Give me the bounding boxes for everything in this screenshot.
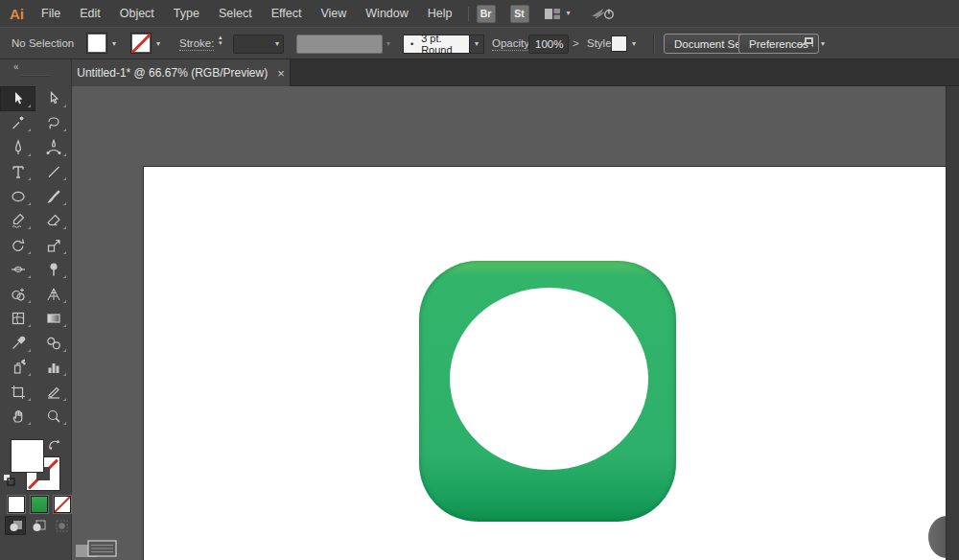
menu-edit[interactable]: Edit (70, 0, 110, 27)
paintbrush-tool[interactable] (35, 184, 71, 209)
swap-fill-stroke-button[interactable] (48, 438, 61, 455)
menu-object[interactable]: Object (110, 0, 164, 27)
chevron-down-icon: ▾ (567, 10, 571, 17)
opacity-label[interactable]: Opacity: (492, 37, 532, 51)
mesh-tool[interactable] (0, 307, 35, 332)
stroke-weight-stepper[interactable]: ▴ ▾ (219, 35, 222, 46)
bridge-button[interactable]: Br (477, 5, 496, 23)
panel-grip[interactable] (21, 75, 50, 77)
opacity-menu-arrow[interactable]: > (573, 37, 579, 49)
document-tab-title: Untitled-1* @ 66.67% (RGB/Preview) (77, 66, 268, 80)
tools-panel-header: « (0, 59, 71, 73)
screen-mode-icon[interactable] (74, 539, 124, 560)
none-slash-icon (130, 33, 152, 54)
menu-window[interactable]: Window (356, 0, 417, 27)
opacity-field[interactable]: 100% (528, 35, 569, 54)
illustrator-window: Ai File Edit Object Type Select Effect V… (0, 0, 959, 560)
gradient-swatch-button[interactable] (31, 496, 48, 513)
gradient-tool[interactable] (35, 307, 71, 332)
ellipse-tool[interactable] (0, 184, 35, 209)
stroke-weight-label[interactable]: Stroke: (179, 37, 214, 51)
perspective-grid-tool[interactable] (35, 282, 71, 307)
control-panel-menu-button[interactable] (798, 35, 815, 53)
drawing-modes (0, 516, 72, 535)
type-tool[interactable] (0, 160, 35, 185)
selection-tool[interactable] (0, 86, 35, 111)
menu-select[interactable]: Select (209, 0, 262, 27)
app-logo: Ai (0, 6, 32, 22)
fill-stroke-indicator (0, 437, 72, 495)
canvas-area[interactable] (72, 86, 959, 560)
stock-button[interactable]: St (510, 5, 529, 23)
shape-builder-tool[interactable] (0, 282, 35, 307)
cs-live-button[interactable] (590, 5, 619, 22)
white-ellipse-shape[interactable] (450, 288, 648, 470)
none-swatch-button[interactable] (54, 496, 71, 513)
menu-type[interactable]: Type (164, 0, 209, 27)
chevron-down-icon[interactable]: ▾ (821, 40, 825, 48)
document-tab-bar: Untitled-1* @ 66.67% (RGB/Preview) × (72, 59, 959, 86)
lasso-tool[interactable] (35, 111, 71, 136)
line-segment-tool[interactable] (35, 160, 71, 185)
color-swatch-button[interactable] (8, 496, 25, 513)
paint-style-row (0, 496, 72, 513)
chevron-down-icon: ▾ (475, 40, 479, 48)
stroke-swatch[interactable] (130, 33, 152, 54)
menu-effect[interactable]: Effect (262, 0, 312, 27)
arrange-documents-button[interactable]: ▾ (544, 8, 571, 20)
menu-file[interactable]: File (32, 0, 70, 27)
share-power-icon (590, 5, 619, 22)
fill-indicator[interactable] (11, 439, 44, 473)
tools-grid (0, 86, 71, 429)
collapse-panel-button[interactable]: « (13, 61, 18, 72)
document-tab[interactable]: Untitled-1* @ 66.67% (RGB/Preview) × (72, 59, 291, 86)
menu-view[interactable]: View (311, 0, 356, 27)
slice-tool[interactable] (35, 380, 71, 405)
direct-selection-tool[interactable] (35, 86, 71, 111)
column-graph-tool[interactable] (35, 356, 71, 381)
scale-tool[interactable] (35, 233, 71, 258)
stroke-chevron-icon[interactable]: ▾ (156, 40, 160, 48)
fill-swatch[interactable] (86, 33, 107, 54)
symbol-sprayer-tool[interactable] (0, 356, 35, 381)
panel-flag-icon (798, 35, 815, 51)
arrange-documents-icon (544, 8, 561, 20)
variable-width-dropdown-disabled (296, 35, 383, 54)
control-bar: No Selection ▾ ▾ Stroke: ▴ ▾ ▾ ▾ • 3 pt.… (0, 27, 959, 59)
stroke-weight-dropdown[interactable]: ▾ (233, 35, 284, 54)
shaper-tool[interactable] (0, 209, 35, 234)
controlbar-separator (653, 35, 654, 54)
style-chevron-icon[interactable]: ▾ (632, 40, 636, 48)
width-tool[interactable] (0, 258, 35, 283)
stepper-down-icon[interactable]: ▾ (219, 40, 222, 46)
disabled-chevron-icon: ▾ (386, 40, 390, 48)
eyedropper-tool[interactable] (0, 331, 35, 356)
eraser-tool[interactable] (35, 209, 71, 234)
brush-dropdown-button[interactable]: ▾ (470, 35, 484, 54)
puppet-warp-tool[interactable] (35, 258, 71, 283)
pen-tool[interactable] (0, 135, 35, 160)
tab-close-button[interactable]: × (277, 67, 285, 80)
rotate-tool[interactable] (0, 233, 35, 258)
magic-wand-tool[interactable] (0, 111, 35, 136)
draw-inside-button (51, 516, 72, 535)
brush-definition-field[interactable]: • 3 pt. Round (403, 35, 470, 54)
hand-tool[interactable] (0, 405, 35, 430)
draw-behind-button[interactable] (28, 516, 49, 535)
menubar-divider (468, 7, 469, 21)
curvature-tool[interactable] (35, 135, 71, 160)
pasteboard-right-strip (946, 86, 959, 560)
zoom-tool[interactable] (35, 405, 71, 430)
default-fill-stroke-button[interactable] (3, 473, 15, 490)
selection-status: No Selection (12, 37, 74, 49)
style-swatch[interactable] (611, 35, 627, 52)
draw-normal-button[interactable] (5, 516, 26, 535)
blend-tool[interactable] (35, 331, 71, 356)
brush-dot-icon: • (410, 39, 413, 49)
brush-preset-name: 3 pt. Round (421, 33, 469, 56)
chevron-down-icon: ▾ (275, 40, 279, 48)
menu-help[interactable]: Help (418, 0, 462, 27)
artboard-tool[interactable] (0, 380, 35, 405)
fill-chevron-icon[interactable]: ▾ (112, 40, 116, 48)
menu-bar: Ai File Edit Object Type Select Effect V… (0, 0, 959, 27)
